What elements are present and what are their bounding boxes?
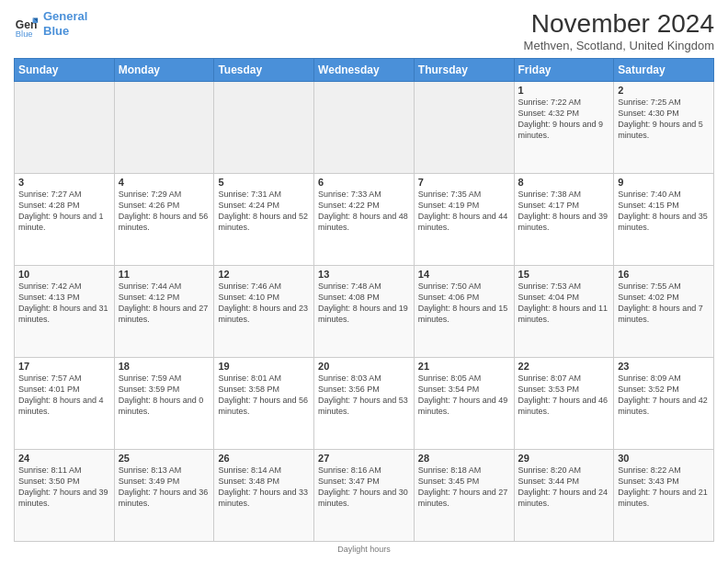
day-cell: 6Sunrise: 7:33 AM Sunset: 4:22 PM Daylig… <box>314 174 415 266</box>
day-cell: 5Sunrise: 7:31 AM Sunset: 4:24 PM Daylig… <box>214 174 314 266</box>
day-number: 15 <box>518 269 610 280</box>
week-row-0: 1Sunrise: 7:22 AM Sunset: 4:32 PM Daylig… <box>15 82 714 174</box>
day-cell <box>15 82 115 174</box>
day-info: Sunrise: 7:48 AM Sunset: 4:08 PM Dayligh… <box>318 281 410 326</box>
day-number: 16 <box>618 269 710 280</box>
day-info: Sunrise: 8:03 AM Sunset: 3:56 PM Dayligh… <box>318 373 410 418</box>
day-number: 8 <box>518 177 610 188</box>
day-cell: 12Sunrise: 7:46 AM Sunset: 4:10 PM Dayli… <box>214 266 314 358</box>
svg-text:Blue: Blue <box>16 29 33 37</box>
day-cell: 30Sunrise: 8:22 AM Sunset: 3:43 PM Dayli… <box>614 450 714 542</box>
day-info: Sunrise: 8:20 AM Sunset: 3:44 PM Dayligh… <box>518 465 610 510</box>
day-cell: 24Sunrise: 8:11 AM Sunset: 3:50 PM Dayli… <box>15 450 115 542</box>
day-cell: 16Sunrise: 7:55 AM Sunset: 4:02 PM Dayli… <box>614 266 714 358</box>
day-number: 19 <box>218 361 310 372</box>
day-cell: 27Sunrise: 8:16 AM Sunset: 3:47 PM Dayli… <box>314 450 415 542</box>
day-info: Sunrise: 7:25 AM Sunset: 4:30 PM Dayligh… <box>618 97 710 142</box>
day-number: 28 <box>418 453 510 464</box>
col-sunday: Sunday <box>15 59 115 82</box>
day-info: Sunrise: 7:57 AM Sunset: 4:01 PM Dayligh… <box>18 373 110 418</box>
day-number: 25 <box>119 453 210 464</box>
col-thursday: Thursday <box>414 59 514 82</box>
logo: Gen Blue General Blue <box>14 9 87 38</box>
day-cell: 3Sunrise: 7:27 AM Sunset: 4:28 PM Daylig… <box>15 174 115 266</box>
logo-line2: Blue <box>43 24 69 38</box>
day-info: Sunrise: 8:01 AM Sunset: 3:58 PM Dayligh… <box>218 373 310 418</box>
day-number: 13 <box>318 269 410 280</box>
day-info: Sunrise: 7:33 AM Sunset: 4:22 PM Dayligh… <box>318 189 410 234</box>
day-info: Sunrise: 8:05 AM Sunset: 3:54 PM Dayligh… <box>418 373 510 418</box>
day-cell: 8Sunrise: 7:38 AM Sunset: 4:17 PM Daylig… <box>514 174 614 266</box>
day-number: 30 <box>618 453 710 464</box>
day-number: 9 <box>618 177 710 188</box>
day-number: 14 <box>418 269 510 280</box>
day-number: 29 <box>518 453 610 464</box>
day-info: Sunrise: 7:38 AM Sunset: 4:17 PM Dayligh… <box>518 189 610 234</box>
day-number: 6 <box>318 177 410 188</box>
day-cell: 23Sunrise: 8:09 AM Sunset: 3:52 PM Dayli… <box>614 358 714 450</box>
day-info: Sunrise: 7:22 AM Sunset: 4:32 PM Dayligh… <box>518 97 610 142</box>
day-info: Sunrise: 7:50 AM Sunset: 4:06 PM Dayligh… <box>418 281 510 326</box>
day-cell: 10Sunrise: 7:42 AM Sunset: 4:13 PM Dayli… <box>15 266 115 358</box>
day-cell: 26Sunrise: 8:14 AM Sunset: 3:48 PM Dayli… <box>214 450 314 542</box>
day-cell: 20Sunrise: 8:03 AM Sunset: 3:56 PM Dayli… <box>314 358 415 450</box>
header: Gen Blue General Blue November 2024 Meth… <box>14 9 714 52</box>
day-info: Sunrise: 8:14 AM Sunset: 3:48 PM Dayligh… <box>218 465 310 510</box>
day-number: 17 <box>18 361 110 372</box>
calendar-table: Sunday Monday Tuesday Wednesday Thursday… <box>14 58 714 542</box>
day-cell: 21Sunrise: 8:05 AM Sunset: 3:54 PM Dayli… <box>414 358 514 450</box>
day-number: 21 <box>418 361 510 372</box>
day-info: Sunrise: 7:44 AM Sunset: 4:12 PM Dayligh… <box>119 281 210 326</box>
day-cell: 29Sunrise: 8:20 AM Sunset: 3:44 PM Dayli… <box>514 450 614 542</box>
day-info: Sunrise: 8:09 AM Sunset: 3:52 PM Dayligh… <box>618 373 710 418</box>
day-cell: 11Sunrise: 7:44 AM Sunset: 4:12 PM Dayli… <box>114 266 214 358</box>
day-info: Sunrise: 7:40 AM Sunset: 4:15 PM Dayligh… <box>618 189 710 234</box>
day-info: Sunrise: 8:11 AM Sunset: 3:50 PM Dayligh… <box>18 465 110 510</box>
day-number: 20 <box>318 361 410 372</box>
day-number: 27 <box>318 453 410 464</box>
week-row-1: 3Sunrise: 7:27 AM Sunset: 4:28 PM Daylig… <box>15 174 714 266</box>
day-number: 23 <box>618 361 710 372</box>
day-number: 10 <box>18 269 110 280</box>
day-number: 11 <box>119 269 210 280</box>
col-wednesday: Wednesday <box>314 59 415 82</box>
day-number: 26 <box>218 453 310 464</box>
location: Methven, Scotland, United Kingdom <box>524 39 714 52</box>
day-cell: 4Sunrise: 7:29 AM Sunset: 4:26 PM Daylig… <box>114 174 214 266</box>
day-cell: 15Sunrise: 7:53 AM Sunset: 4:04 PM Dayli… <box>514 266 614 358</box>
day-cell: 13Sunrise: 7:48 AM Sunset: 4:08 PM Dayli… <box>314 266 415 358</box>
month-title: November 2024 <box>524 9 714 39</box>
day-info: Sunrise: 8:07 AM Sunset: 3:53 PM Dayligh… <box>518 373 610 418</box>
day-cell: 1Sunrise: 7:22 AM Sunset: 4:32 PM Daylig… <box>514 82 614 174</box>
day-info: Sunrise: 7:27 AM Sunset: 4:28 PM Dayligh… <box>18 189 110 234</box>
col-tuesday: Tuesday <box>214 59 314 82</box>
day-number: 4 <box>119 177 210 188</box>
day-number: 5 <box>218 177 310 188</box>
day-info: Sunrise: 7:29 AM Sunset: 4:26 PM Dayligh… <box>119 189 210 234</box>
day-number: 7 <box>418 177 510 188</box>
day-info: Sunrise: 7:53 AM Sunset: 4:04 PM Dayligh… <box>518 281 610 326</box>
day-cell <box>314 82 415 174</box>
day-cell: 18Sunrise: 7:59 AM Sunset: 3:59 PM Dayli… <box>114 358 214 450</box>
day-cell: 2Sunrise: 7:25 AM Sunset: 4:30 PM Daylig… <box>614 82 714 174</box>
logo-text: General Blue <box>43 9 87 38</box>
day-number: 12 <box>218 269 310 280</box>
day-cell: 19Sunrise: 8:01 AM Sunset: 3:58 PM Dayli… <box>214 358 314 450</box>
footer-note: Daylight hours <box>14 545 714 554</box>
day-info: Sunrise: 7:31 AM Sunset: 4:24 PM Dayligh… <box>218 189 310 234</box>
title-area: November 2024 Methven, Scotland, United … <box>524 9 714 52</box>
day-info: Sunrise: 8:22 AM Sunset: 3:43 PM Dayligh… <box>618 465 710 510</box>
day-cell: 28Sunrise: 8:18 AM Sunset: 3:45 PM Dayli… <box>414 450 514 542</box>
logo-line1: General <box>43 9 87 23</box>
week-row-2: 10Sunrise: 7:42 AM Sunset: 4:13 PM Dayli… <box>15 266 714 358</box>
day-info: Sunrise: 7:46 AM Sunset: 4:10 PM Dayligh… <box>218 281 310 326</box>
day-cell: 7Sunrise: 7:35 AM Sunset: 4:19 PM Daylig… <box>414 174 514 266</box>
col-monday: Monday <box>114 59 214 82</box>
day-number: 18 <box>119 361 210 372</box>
day-number: 3 <box>18 177 110 188</box>
day-info: Sunrise: 8:16 AM Sunset: 3:47 PM Dayligh… <box>318 465 410 510</box>
day-number: 24 <box>18 453 110 464</box>
day-cell <box>114 82 214 174</box>
day-cell: 25Sunrise: 8:13 AM Sunset: 3:49 PM Dayli… <box>114 450 214 542</box>
day-info: Sunrise: 7:55 AM Sunset: 4:02 PM Dayligh… <box>618 281 710 326</box>
